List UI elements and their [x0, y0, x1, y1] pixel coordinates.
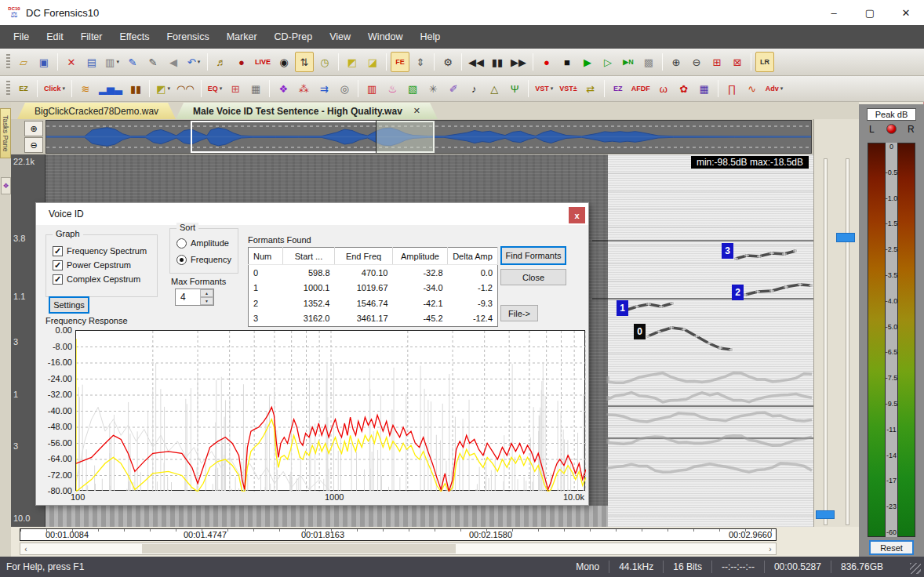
formant-row[interactable]: 0598.8470.10-32.80.0: [249, 265, 498, 281]
minimize-button[interactable]: –: [816, 0, 852, 25]
jam-session-button[interactable]: ▩: [639, 52, 658, 72]
tasks-pane-icon[interactable]: ❖: [1, 177, 11, 194]
dialog-close-button[interactable]: x: [569, 207, 585, 223]
scroll-left-arrow[interactable]: ‹: [20, 543, 31, 554]
patch-bay-button[interactable]: ⊞: [226, 78, 245, 99]
copy-button[interactable]: ▤: [82, 52, 101, 72]
column-header[interactable]: Start ...: [283, 248, 335, 265]
histogram-blue-button[interactable]: ▂▅▃: [96, 78, 125, 99]
zoom-in-button[interactable]: ⊕: [667, 52, 686, 72]
horizontal-scrollbar[interactable]: ‹ ›: [20, 543, 777, 555]
zoom-full-button[interactable]: ⊠: [728, 52, 747, 72]
draw-wave-pencil-button[interactable]: ✎: [123, 52, 142, 72]
click-repair-button[interactable]: Click▾: [42, 78, 67, 99]
eq-button[interactable]: EQ▾: [206, 78, 225, 99]
play-new-button[interactable]: ▶N: [619, 52, 638, 72]
overview-zoom-in-button[interactable]: ⊕: [24, 121, 43, 136]
settings-gear-button[interactable]: ⚙: [438, 52, 457, 72]
toolbar-grip[interactable]: [6, 54, 10, 70]
menu-marker[interactable]: Marker: [218, 27, 266, 47]
fade-in-button[interactable]: ◩: [343, 52, 362, 72]
mixer-blender-button[interactable]: ♨: [383, 78, 402, 99]
mesh-dome-button[interactable]: ◎: [335, 78, 354, 99]
spinner-down-button[interactable]: ▼: [200, 297, 213, 305]
fade-out-button[interactable]: ◪: [363, 52, 382, 72]
realtime-chart-button[interactable]: ▧: [403, 78, 422, 99]
midi-notes-button[interactable]: ♬: [212, 52, 231, 72]
checkbox-power-cepstrum[interactable]: ✓Power Cepstrum: [53, 259, 131, 271]
tone-wave-button[interactable]: ∿: [743, 78, 762, 99]
ez-clean-button[interactable]: EZ: [14, 78, 33, 99]
spray-brush-button[interactable]: ✐: [444, 78, 463, 99]
max-formants-spinner[interactable]: 4 ▲ ▼: [175, 288, 214, 306]
split-view-button[interactable]: ◩▾: [154, 78, 173, 99]
formant-row[interactable]: 33162.03461.17-45.2-12.4: [249, 311, 498, 327]
meter-reset-button[interactable]: Reset: [869, 540, 914, 555]
timer-clock-button[interactable]: ◷: [315, 52, 334, 72]
forensics-fe-button[interactable]: FE: [391, 52, 409, 72]
radio-frequency[interactable]: Frequency: [176, 253, 231, 266]
maximize-button[interactable]: ▢: [852, 0, 888, 25]
menu-view[interactable]: View: [321, 27, 359, 47]
menu-forensics[interactable]: Forensics: [158, 27, 217, 47]
menu-edit[interactable]: Edit: [38, 27, 72, 47]
toolbar-grip[interactable]: [6, 81, 10, 96]
voice-print-button[interactable]: ✿: [675, 78, 693, 99]
surround-antenna-button[interactable]: Ψ: [505, 78, 524, 99]
channel-lr-button[interactable]: LR: [755, 52, 774, 72]
denoise-sparks-button[interactable]: ⁂: [294, 78, 313, 99]
pause-button[interactable]: ▮▮: [488, 52, 507, 72]
record-ball-button[interactable]: ●: [232, 52, 251, 72]
fast-forward-button[interactable]: ▶▶: [508, 52, 529, 72]
vst-chain-button[interactable]: VST±: [557, 78, 579, 99]
radio-amplitude[interactable]: Amplitude: [176, 237, 229, 249]
formant-row[interactable]: 11000.11019.67-34.0-1.2: [249, 280, 498, 296]
scatter-arrows-button[interactable]: ⇉: [315, 78, 333, 99]
play-button[interactable]: ▶: [578, 52, 597, 72]
spectrogram-scroll-slider[interactable]: [816, 510, 835, 519]
vst-button[interactable]: VST▾: [533, 78, 555, 99]
tasks-pane-tab[interactable]: Tasks Pane: [0, 108, 11, 158]
rewind-button[interactable]: ◀◀: [466, 52, 486, 72]
menu-effects[interactable]: Effects: [111, 27, 158, 47]
note-tool-button[interactable]: ♪: [464, 78, 483, 99]
scroll-right-arrow[interactable]: ›: [765, 543, 776, 554]
waveform-overview[interactable]: [45, 120, 812, 154]
column-header[interactable]: Delta Amp: [448, 248, 498, 265]
wheel-filter-button[interactable]: ✳: [424, 78, 442, 99]
column-header[interactable]: Num: [249, 248, 283, 265]
overview-view-region[interactable]: [376, 121, 435, 153]
formant-row[interactable]: 21352.41546.74-42.1-9.3: [249, 296, 498, 311]
slider-groove-right[interactable]: [846, 158, 849, 525]
dialog-title-bar[interactable]: Voice ID x: [36, 203, 588, 225]
spectrogram-zoom-slider[interactable]: [836, 233, 855, 242]
cd-disc-button[interactable]: ◉: [275, 52, 293, 72]
spectrum-analyzer-button[interactable]: ≋: [76, 78, 95, 99]
delete-button[interactable]: ✕: [62, 52, 81, 72]
spinner-up-button[interactable]: ▲: [200, 289, 213, 297]
play-selection-button[interactable]: ▷: [598, 52, 617, 72]
dialog-close-action-button[interactable]: Close: [500, 269, 566, 285]
close-button[interactable]: ✕: [888, 0, 924, 25]
tab-close-icon[interactable]: ✕: [413, 106, 420, 116]
voice-lips-button[interactable]: ω: [654, 78, 673, 99]
column-header[interactable]: Amplitude: [393, 248, 448, 265]
level-normalize-button[interactable]: ⇕: [411, 52, 430, 72]
formants-table-header[interactable]: NumStart ...End FreqAmplitudeDelta Amp: [249, 248, 498, 265]
tab-1[interactable]: BigClickCracked78Demo.wav: [17, 103, 176, 119]
file-export-button[interactable]: File->: [500, 305, 538, 321]
menu-file[interactable]: File: [5, 27, 38, 47]
undo-button[interactable]: ↶▾: [184, 52, 203, 72]
menu-help[interactable]: Help: [412, 27, 449, 47]
pulse-generator-button[interactable]: ∏: [722, 78, 741, 99]
zoom-out-button[interactable]: ⊖: [687, 52, 706, 72]
zoom-selection-button[interactable]: ⊞: [708, 52, 726, 72]
menu-filter[interactable]: Filter: [72, 27, 111, 47]
stop-button[interactable]: ■: [558, 52, 577, 72]
pyramid-balance-button[interactable]: △: [485, 78, 504, 99]
ez-forensics-button[interactable]: EZ: [609, 78, 628, 99]
overview-zoom-out-button[interactable]: ⊖: [24, 137, 43, 153]
monitor-screen-button[interactable]: ▦: [246, 78, 265, 99]
settings-button[interactable]: Settings: [49, 296, 89, 314]
resize-grip[interactable]: [910, 563, 921, 574]
